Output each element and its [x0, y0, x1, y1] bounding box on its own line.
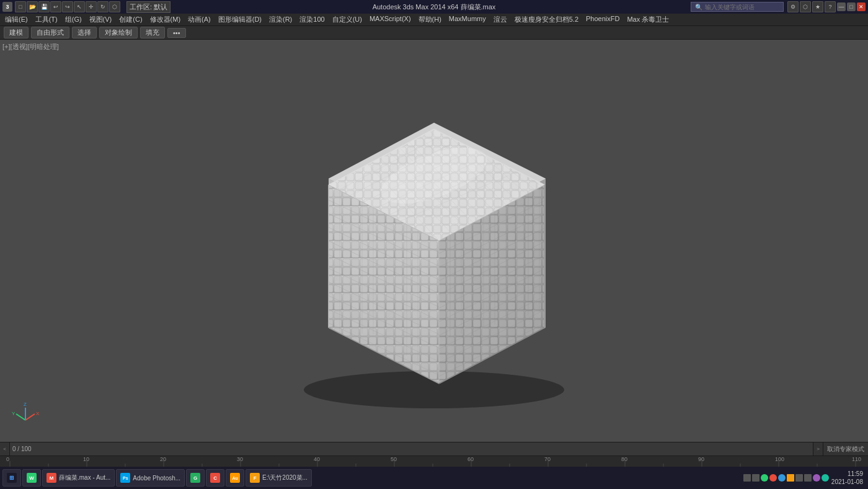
- menu-item[interactable]: 图形编辑器(D): [216, 14, 264, 25]
- menu-item[interactable]: PhoenixFD: [583, 14, 622, 25]
- freeform-tab[interactable]: 自由形式: [31, 27, 69, 38]
- taskbar-item-3dsmax[interactable]: M 薛编菜.max - Aut...: [42, 469, 115, 487]
- timeline-cancel-expert[interactable]: 取消专家模式: [823, 442, 868, 455]
- svg-line-98: [25, 414, 35, 420]
- minimize-button[interactable]: —: [837, 2, 846, 11]
- select-btn[interactable]: ↖: [74, 1, 85, 12]
- menu-item[interactable]: 动画(A): [185, 14, 213, 25]
- taskbar-item-chrome[interactable]: C: [206, 469, 224, 487]
- title-bar-center: Autodesk 3ds Max 2014 x64 薛编菜.max: [373, 2, 496, 12]
- axis-indicator: X Y Z: [10, 398, 41, 429]
- ruler-canvas: [0, 456, 868, 467]
- help-btn[interactable]: ?: [825, 1, 836, 12]
- secondary-toolbar: 建模 自由形式 选择 对象绘制 填充 •••: [0, 26, 868, 40]
- menu-item[interactable]: 编辑(E): [2, 14, 30, 25]
- menu-item[interactable]: 创建(C): [117, 14, 144, 25]
- star-btn[interactable]: ★: [812, 1, 823, 12]
- menu-item[interactable]: 帮助(H): [416, 14, 444, 25]
- timeline-right-button[interactable]: >: [813, 442, 823, 455]
- title-bar-right: 🔍 ⚙ ⬡ ★ ? — □ ✕: [691, 1, 866, 12]
- viewport-container[interactable]: [+][透视][明暗处理]: [0, 40, 868, 442]
- svg-line-100: [16, 414, 25, 420]
- taskbar-item-wechat[interactable]: W: [22, 469, 41, 487]
- timeline: < 0 / 100 > 取消专家模式: [0, 442, 868, 455]
- app-title: Autodesk 3ds Max 2014 x64 薛编菜.max: [373, 3, 496, 11]
- new-btn[interactable]: □: [15, 1, 26, 12]
- object-paint-tab[interactable]: 对象绘制: [99, 27, 138, 38]
- cube-svg: top-tiles: [273, 67, 595, 415]
- scale-btn[interactable]: ⬡: [109, 1, 120, 12]
- menu-item[interactable]: MAXScript(X): [367, 14, 414, 25]
- tray-icon-6: [787, 474, 794, 482]
- menu-item[interactable]: 修改器(M): [148, 14, 184, 25]
- redo-btn[interactable]: ↪: [62, 1, 73, 12]
- select-tab[interactable]: 选择: [72, 27, 97, 38]
- taskbar-item-au[interactable]: Au: [226, 469, 244, 487]
- timeline-left-button[interactable]: <: [0, 442, 10, 455]
- windows-icon: ⊞: [7, 473, 17, 483]
- expand-btn[interactable]: ⬡: [800, 1, 811, 12]
- title-bar: 3 □ 📂 💾 ↩ ↪ ↖ ✛ ↻ ⬡ 工作区: 默认 Autodesk 3ds…: [0, 0, 868, 14]
- tray-icon-5: [778, 474, 786, 482]
- close-button[interactable]: ✕: [857, 2, 866, 11]
- icon-bar: □ 📂 💾 ↩ ↪ ↖ ✛ ↻ ⬡: [15, 1, 120, 12]
- system-tray: [743, 474, 829, 482]
- title-bar-left: 3 □ 📂 💾 ↩ ↪ ↖ ✛ ↻ ⬡ 工作区: 默认: [2, 1, 170, 13]
- tray-icon-3: [761, 474, 768, 482]
- rotate-btn[interactable]: ↻: [97, 1, 108, 12]
- taskbar-label-folder: E:\天竹2020菜...: [262, 473, 308, 482]
- modeling-tab[interactable]: 建模: [4, 27, 29, 38]
- search-input[interactable]: [705, 4, 779, 11]
- menu-item[interactable]: 工具(T): [33, 14, 60, 25]
- ruler: [0, 455, 868, 467]
- menu-item[interactable]: Max 杀毒卫士: [624, 14, 671, 25]
- open-btn[interactable]: 📂: [27, 1, 38, 12]
- tray-icon-2: [752, 474, 760, 482]
- tray-icon-8: [804, 474, 812, 482]
- menu-item[interactable]: 渲染100: [297, 14, 327, 25]
- taskbar-item-folder[interactable]: F E:\天竹2020菜...: [246, 469, 312, 487]
- taskbar-item-photoshop[interactable]: Ps Adobe Photosh...: [116, 469, 185, 487]
- menu-item[interactable]: MaxMummy: [446, 14, 489, 25]
- svg-text:Z: Z: [24, 402, 27, 407]
- menu-item[interactable]: 视图(V): [87, 14, 115, 25]
- menu-item[interactable]: 极速瘦身安全归档5.2: [512, 14, 581, 25]
- undo-btn[interactable]: ↩: [50, 1, 61, 12]
- taskbar-label-photoshop: Adobe Photosh...: [133, 475, 180, 482]
- menu-item[interactable]: 渲染(R): [267, 14, 294, 25]
- move-btn[interactable]: ✛: [86, 1, 97, 12]
- taskbar: ⊞ W M 薛编菜.max - Aut... Ps Adobe Photosh.…: [0, 467, 868, 489]
- clock-time: 11:59: [831, 470, 863, 478]
- menu-item[interactable]: 组(G): [63, 14, 84, 25]
- photoshop-icon: Ps: [120, 473, 130, 483]
- clock: 11:59 2021-01-08: [831, 470, 866, 486]
- taskbar-item-grass[interactable]: G: [186, 469, 205, 487]
- viewport-label[interactable]: [+][透视][明暗处理]: [2, 42, 59, 52]
- taskbar-right: 11:59 2021-01-08: [743, 470, 866, 486]
- svg-text:X: X: [36, 411, 40, 416]
- workspace-label[interactable]: 工作区: 默认: [126, 1, 170, 13]
- svg-text:Y: Y: [12, 411, 16, 416]
- menu-items-container: 编辑(E)工具(T)组(G)视图(V)创建(C)修改器(M)动画(A)图形编辑器…: [2, 14, 671, 25]
- chrome-icon: C: [210, 473, 220, 483]
- cube-3d: top-tiles: [273, 67, 595, 415]
- timeline-label: 0 / 100: [12, 446, 32, 452]
- taskbar-label-3dsmax: 薛编菜.max - Aut...: [59, 473, 110, 482]
- main-content: 编辑(E)工具(T)组(G)视图(V)创建(C)修改器(M)动画(A)图形编辑器…: [0, 14, 868, 489]
- menu-bar: 编辑(E)工具(T)组(G)视图(V)创建(C)修改器(M)动画(A)图形编辑器…: [0, 14, 868, 26]
- search-icon: 🔍: [695, 4, 702, 11]
- maximize-button[interactable]: □: [847, 2, 856, 11]
- menu-item[interactable]: 渲云: [491, 14, 510, 25]
- fill-tab[interactable]: 填充: [140, 27, 165, 38]
- tray-icon-1: [743, 474, 751, 482]
- folder-icon: F: [250, 473, 260, 483]
- timeline-track[interactable]: 0 / 100: [10, 442, 813, 455]
- clock-date: 2021-01-08: [831, 478, 863, 486]
- more-tab[interactable]: •••: [167, 28, 186, 38]
- search-box[interactable]: 🔍: [691, 2, 784, 12]
- menu-item[interactable]: 自定义(U): [330, 14, 365, 25]
- save-btn[interactable]: 💾: [38, 1, 50, 12]
- start-button[interactable]: ⊞: [2, 469, 21, 487]
- options-btn[interactable]: ⚙: [787, 1, 799, 12]
- tray-icon-7: [795, 474, 803, 482]
